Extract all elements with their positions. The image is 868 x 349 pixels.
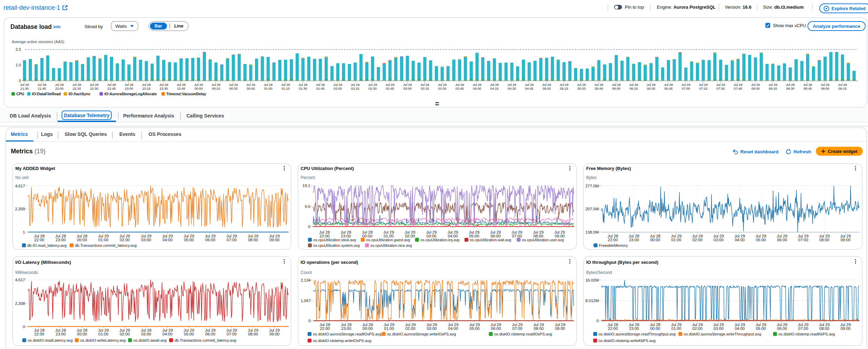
svg-text:Jul 29: Jul 29	[98, 234, 109, 238]
svg-text:Jul 29: Jul 29	[226, 234, 237, 238]
svg-text:os.diskIO.rdstemp.readKbPS.avg: os.diskIO.rdstemp.readKbPS.avg	[779, 332, 835, 336]
svg-text:Jul 28: Jul 28	[319, 230, 330, 234]
svg-text:Jul 29: Jul 29	[184, 234, 194, 238]
svg-text:os.diskIO.rdstemp.readIOsPS.av: os.diskIO.rdstemp.readIOsPS.avg	[494, 332, 552, 336]
svg-text:08:30: 08:30	[786, 87, 795, 90]
svg-text:22:00: 22:00	[608, 326, 618, 331]
svg-text:06:00: 06:00	[612, 87, 621, 90]
svg-text:Jul 29: Jul 29	[405, 230, 415, 234]
svg-text:1,067: 1,067	[301, 299, 311, 303]
svg-text:Jul 29: Jul 29	[246, 83, 255, 87]
svg-text:os.diskIO.await.avg: os.diskIO.await.avg	[134, 338, 167, 342]
svg-text:06:00: 06:00	[777, 238, 787, 242]
svg-text:Jul 28: Jul 28	[55, 234, 66, 238]
svg-text:03:00: 03:00	[714, 326, 724, 331]
svg-text:02:00: 02:00	[334, 87, 342, 90]
svg-text:01:00: 01:00	[264, 87, 272, 90]
svg-text:Jul 29: Jul 29	[777, 234, 788, 238]
svg-text:Jul 29: Jul 29	[368, 83, 377, 87]
svg-text:03:00: 03:00	[714, 238, 724, 242]
svg-text:Jul 28: Jul 28	[177, 83, 185, 87]
svg-text:09:00: 09:00	[841, 326, 851, 331]
svg-text:Jul 29: Jul 29	[447, 230, 458, 234]
svg-text:06:00: 06:00	[205, 332, 215, 336]
svg-text:04:00: 04:00	[448, 326, 458, 331]
svg-text:05:30: 05:30	[577, 87, 586, 90]
svg-text:23:45: 23:45	[177, 87, 185, 90]
svg-text:Jul 29: Jul 29	[194, 83, 203, 87]
svg-text:os.diskIO.rdstemp.writeKbPS.av: os.diskIO.rdstemp.writeKbPS.avg	[599, 339, 656, 343]
svg-text:Jul 28: Jul 28	[125, 83, 133, 87]
svg-text:Jul 29: Jul 29	[821, 83, 829, 87]
svg-text:os.diskIO.writeLatency.avg: os.diskIO.writeLatency.avg	[80, 338, 126, 342]
svg-text:21:45: 21:45	[38, 87, 46, 90]
svg-text:Jul 29: Jul 29	[248, 234, 258, 238]
svg-text:09:00: 09:00	[269, 238, 279, 242]
svg-text:0: 0	[309, 319, 311, 323]
svg-text:23:00: 23:00	[125, 87, 133, 90]
svg-text:Jul 29: Jul 29	[840, 234, 851, 238]
svg-text:06:45: 06:45	[664, 87, 673, 90]
svg-text:Jul 29: Jul 29	[713, 234, 724, 238]
svg-text:00:30: 00:30	[229, 87, 238, 90]
svg-text:08:00: 08:00	[248, 238, 258, 242]
svg-text:Jul 29: Jul 29	[554, 230, 565, 234]
svg-text:Jul 28: Jul 28	[38, 83, 46, 87]
svg-text:Jul 29: Jul 29	[647, 83, 655, 87]
svg-text:IO operations (per second): IO operations (per second)	[301, 260, 358, 265]
svg-text:2.0: 2.0	[16, 47, 21, 51]
svg-text:os.cpuUtilization.irq.avg: os.cpuUtilization.irq.avg	[421, 238, 460, 242]
svg-text:05:00: 05:00	[184, 238, 194, 242]
svg-text:Bytes/Second: Bytes/Second	[586, 270, 612, 275]
svg-text:db.Transactions.commit_latency: db.Transactions.commit_latency.avg	[175, 338, 236, 342]
svg-text:00:15: 00:15	[212, 87, 220, 90]
svg-text:07:00: 07:00	[798, 238, 808, 242]
svg-text:207.5M: 207.5M	[586, 207, 599, 211]
svg-text:Jul 28: Jul 28	[55, 83, 64, 87]
svg-text:05:15: 05:15	[560, 87, 568, 90]
svg-text:01:45: 01:45	[316, 87, 325, 90]
svg-text:01:15: 01:15	[281, 87, 290, 90]
svg-text:Jul 29: Jul 29	[533, 230, 544, 234]
svg-text:Jul 29: Jul 29	[473, 83, 481, 87]
svg-text:23:00: 23:00	[341, 326, 351, 331]
svg-text:Jul 29: Jul 29	[577, 83, 586, 87]
svg-text:Jul 29: Jul 29	[490, 83, 499, 87]
svg-text:Jul 29: Jul 29	[612, 83, 621, 87]
svg-text:Jul 29: Jul 29	[692, 234, 703, 238]
svg-text:23:00: 23:00	[56, 238, 66, 242]
svg-text:Jul 29: Jul 29	[438, 83, 446, 87]
svg-text:2,134: 2,134	[301, 278, 311, 282]
svg-text:07:00: 07:00	[682, 87, 690, 90]
svg-text:Jul 29: Jul 29	[803, 83, 812, 87]
svg-text:0: 0	[597, 319, 599, 323]
svg-text:9.6: 9.6	[305, 204, 310, 209]
svg-text:04:00: 04:00	[162, 238, 173, 242]
svg-text:Jul 29: Jul 29	[141, 234, 152, 238]
svg-text:Jul 29: Jul 29	[734, 83, 742, 87]
svg-text:04:15: 04:15	[490, 87, 499, 90]
svg-text:Jul 29: Jul 29	[205, 234, 216, 238]
svg-text:Jul 29: Jul 29	[542, 83, 551, 87]
svg-text:05:00: 05:00	[542, 87, 551, 90]
svg-text:Jul 28: Jul 28	[607, 234, 618, 238]
svg-text:Jul 29: Jul 29	[281, 83, 290, 87]
svg-text:os.cpuUtilization.wait.avg: os.cpuUtilization.wait.avg	[470, 238, 511, 242]
svg-text:00:00: 00:00	[194, 87, 203, 90]
svg-text:os.diskIO.rdstemp.writeIOsPS.a: os.diskIO.rdstemp.writeIOsPS.avg	[313, 339, 372, 343]
svg-text:09:00: 09:00	[821, 87, 829, 90]
svg-text:08:45: 08:45	[804, 87, 812, 90]
svg-text:Jul 29: Jul 29	[383, 230, 394, 234]
svg-text:03:00: 03:00	[141, 332, 151, 336]
svg-text:Jul 29: Jul 29	[682, 83, 690, 87]
svg-text:02:15: 02:15	[351, 87, 359, 90]
svg-text:16.02M: 16.02M	[586, 278, 599, 282]
svg-text:00:00: 00:00	[650, 238, 660, 242]
svg-text:Jul 29: Jul 29	[819, 234, 830, 238]
svg-text:1.0: 1.0	[16, 63, 21, 67]
svg-text:07:00: 07:00	[512, 326, 523, 331]
svg-text:02:00: 02:00	[692, 326, 702, 331]
svg-text:Count: Count	[301, 270, 312, 275]
svg-text:04:45: 04:45	[525, 87, 533, 90]
svg-text:06:00: 06:00	[491, 326, 501, 331]
